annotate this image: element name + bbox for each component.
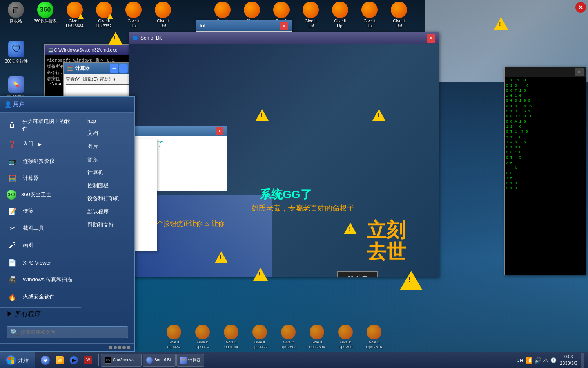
desktop-icon-give3[interactable]: Give ItUp! bbox=[120, 2, 147, 29]
son-content: ✕ 系统GG了 系统GG了 雄氏老毒，专噶老百姓的命根子 按下这个按钮使正让你 … bbox=[129, 44, 439, 277]
matrix-window: ✕ s 1 0 0 1 0 K 0 0 T 1 6 w 0 1 0 0 0 0 … bbox=[504, 67, 586, 275]
bottom-icon-b7[interactable]: Give ItUp!17816 bbox=[360, 325, 388, 349]
give4-icon bbox=[155, 2, 171, 18]
start-all-programs[interactable]: ▶ 所有程序 bbox=[0, 307, 81, 321]
bottom-icon-b6[interactable]: Give ItUp!1800 bbox=[332, 325, 359, 349]
start-right-control[interactable]: 控制面板 bbox=[81, 179, 134, 192]
explorer-button[interactable]: 📁 bbox=[53, 354, 66, 366]
icon-label-360: 360软件管家 bbox=[34, 19, 57, 24]
desktop-icon-give9[interactable]: Give ItUp! bbox=[297, 2, 325, 29]
b6-circle bbox=[338, 325, 353, 339]
show-desktop-button[interactable] bbox=[581, 353, 584, 368]
tray-warn-icon[interactable]: ⚠ bbox=[543, 357, 548, 364]
start-item-calc[interactable]: 🧮 计算器 bbox=[0, 170, 81, 187]
start-right-docs[interactable]: 文档 bbox=[81, 127, 134, 140]
bottom-icon-b1[interactable]: Give ItUp!1724 bbox=[189, 325, 216, 349]
power-dot2 bbox=[114, 346, 117, 349]
start-right-help[interactable]: 帮助和支持 bbox=[81, 218, 134, 231]
desktop-icon-give4[interactable]: Give ItUp! bbox=[149, 2, 177, 29]
fax-icon: 📠 bbox=[7, 274, 18, 285]
start-item-notes[interactable]: 📝 便笺 bbox=[0, 202, 81, 220]
give9-icon bbox=[303, 2, 319, 18]
start-search-input[interactable] bbox=[21, 330, 125, 335]
ie-button[interactable]: e bbox=[39, 354, 51, 366]
lol-close[interactable]: ✕ bbox=[280, 22, 288, 30]
start-item-fire[interactable]: 🔥 火绒安全软件 bbox=[0, 288, 81, 305]
calc-minimize[interactable]: ─ bbox=[110, 64, 118, 73]
lol-title: lol bbox=[200, 23, 205, 29]
bottom-icon-b0[interactable]: Give ItUp!6452 bbox=[160, 325, 188, 349]
start-right-defaults[interactable]: 默认程序 bbox=[81, 205, 134, 218]
start-item-snip[interactable]: ✂ 截图工具 bbox=[0, 220, 81, 237]
lol-controls: ✕ bbox=[280, 22, 288, 30]
notes-icon: 📝 bbox=[7, 205, 18, 217]
son-button[interactable]: 噶系统 bbox=[337, 271, 378, 277]
give11-icon bbox=[361, 2, 378, 18]
cmd-title: C:\Windows\System32\cmd.exe bbox=[54, 47, 117, 52]
start-item-projector[interactable]: 📺 连接到投影仪 bbox=[0, 153, 81, 170]
start-item-xps[interactable]: 📄 XPS Viewer bbox=[0, 254, 81, 271]
float-warn-2[interactable] bbox=[494, 17, 508, 30]
son-big-label: 立刻去世 bbox=[367, 219, 406, 263]
bottom-icon-b5[interactable]: Give ItUp!12594 bbox=[303, 325, 331, 349]
start-item-360[interactable]: 360 360安全卫士 bbox=[0, 187, 81, 202]
tray-network-icon[interactable]: 📶 bbox=[525, 357, 532, 364]
calc-menu-help[interactable]: 帮助(H) bbox=[100, 76, 115, 82]
calc-menu-view[interactable]: 查看(V) bbox=[66, 76, 81, 82]
taskbar-tray: CH 📶 🔊 ⚠ 🕐 0:03 2333/3/3 bbox=[512, 353, 588, 368]
start-right-hzp[interactable]: hzp bbox=[81, 115, 134, 127]
media-button[interactable]: ▶ bbox=[68, 354, 80, 366]
give6-icon bbox=[214, 2, 231, 18]
float-warn-3[interactable] bbox=[253, 268, 268, 281]
desktop-icon-security[interactable]: 🛡 360安全软件 bbox=[2, 41, 31, 64]
start-button[interactable]: 开始 bbox=[0, 352, 35, 368]
taskbar-calc-icon: 🧮 bbox=[180, 357, 187, 364]
float-warn-4[interactable] bbox=[400, 271, 423, 290]
start-item-uninstall[interactable]: 🗑 强力卸载电脑上的软件 bbox=[0, 115, 81, 135]
float-warn-1[interactable] bbox=[108, 32, 123, 45]
start-right-music[interactable]: 音乐 bbox=[81, 153, 134, 166]
taskbar-calc-item[interactable]: 🧮 计算器 bbox=[176, 354, 204, 367]
desktop-icon-give11[interactable]: Give ItUp! bbox=[356, 2, 383, 29]
start-right-computer[interactable]: 计算机 bbox=[81, 166, 134, 179]
fire-icon: 🔥 bbox=[7, 291, 18, 303]
start-music-label: 音乐 bbox=[87, 156, 98, 163]
b3-circle bbox=[252, 325, 267, 339]
bottom-icon-b2[interactable]: Give ItUp!9194 bbox=[217, 325, 245, 349]
start-right-pics[interactable]: 图片 bbox=[81, 140, 134, 153]
calc-menu-edit[interactable]: 编辑(E) bbox=[83, 76, 98, 82]
bottom-icon-b3[interactable]: Give ItUp!24422 bbox=[246, 325, 274, 349]
matrix-close[interactable]: ✕ bbox=[575, 68, 584, 76]
desktop-icon-give1[interactable]: Give ItUp!16884 bbox=[61, 2, 89, 29]
top-close-button[interactable]: ✕ bbox=[575, 2, 586, 13]
desktop-icon-360[interactable]: 360 360软件管家 bbox=[31, 2, 59, 29]
media-icon: ▶ bbox=[70, 356, 78, 364]
tray-lang-icon[interactable]: CH bbox=[517, 358, 523, 363]
windows-orb-icon bbox=[6, 355, 16, 365]
b2-label: Give ItUp!9194 bbox=[224, 340, 238, 349]
inner-close[interactable]: ✕ bbox=[216, 127, 223, 135]
tray-volume-icon[interactable]: 🔊 bbox=[534, 357, 541, 364]
desktop-icon-give2[interactable]: Give ItUp!3752 bbox=[90, 2, 118, 29]
icon-label-give9: Give ItUp! bbox=[305, 19, 317, 29]
start-item-intro[interactable]: ❓ 入门 ▶ bbox=[0, 135, 81, 153]
desktop-icon-give10[interactable]: Give ItUp! bbox=[326, 2, 354, 29]
start-item-fax[interactable]: 📠 Windows 传真和扫描 bbox=[0, 271, 81, 288]
calc-title: 计算器 bbox=[75, 65, 90, 72]
start-item-calc-label: 计算器 bbox=[23, 175, 39, 182]
start-item-xps-label: XPS Viewer bbox=[23, 260, 51, 266]
start-right-devices[interactable]: 设备和打印机 bbox=[81, 192, 134, 205]
start-item-paint[interactable]: 🖌 画图 bbox=[0, 237, 81, 254]
calc-maximize[interactable]: □ bbox=[119, 64, 128, 73]
taskbar-son-item[interactable]: Son of Bit bbox=[143, 354, 176, 367]
taskbar-cmd-label: C:\Windows... bbox=[113, 358, 138, 362]
matrix-content: s 1 0 0 1 0 K 0 0 T 1 6 w 0 1 0 0 0 0 1 … bbox=[505, 77, 586, 193]
taskbar-cmd-item[interactable]: C:\ C:\Windows... bbox=[101, 354, 142, 367]
start-power-controls bbox=[109, 346, 130, 349]
office-button[interactable]: W bbox=[82, 354, 94, 366]
desktop-icon-give12[interactable]: Give ItUp! bbox=[385, 2, 413, 29]
bottom-icon-b4[interactable]: Give ItUp!12502 bbox=[274, 325, 302, 349]
desktop-icon-recycle[interactable]: 🗑 回收站 bbox=[2, 2, 30, 29]
desktop: ✕ 🗑 回收站 360 360软件管家 Give ItUp!16884 Give bbox=[0, 0, 588, 368]
son-close[interactable]: ✕ bbox=[427, 34, 435, 43]
